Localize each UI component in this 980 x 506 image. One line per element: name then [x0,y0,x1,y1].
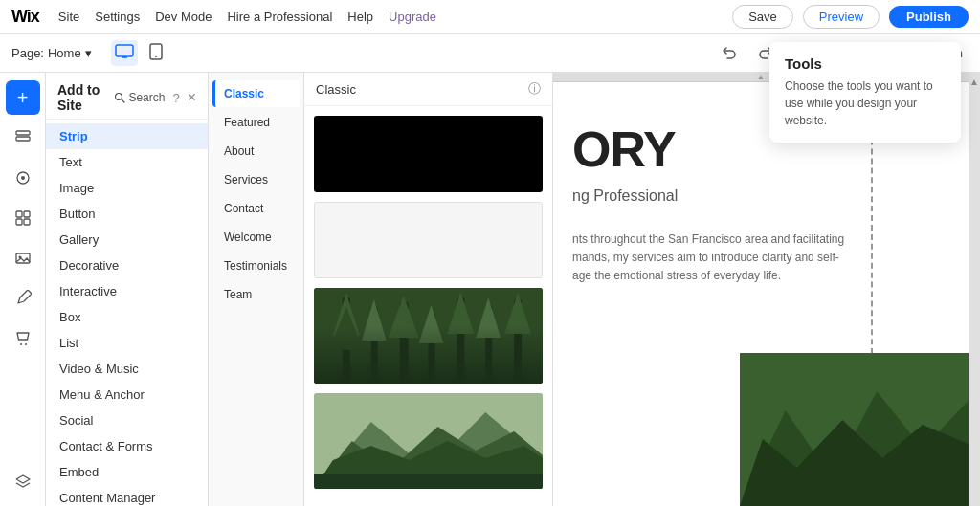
sidebar-icon-design[interactable] [6,161,40,195]
canvas-heading: ORY [572,121,676,178]
panel-item-text[interactable]: Text [46,149,208,175]
panel-item-embed[interactable]: Embed [46,459,208,485]
svg-point-4 [155,56,157,58]
preview-button[interactable]: Preview [803,5,880,29]
page-name: Home [48,46,81,60]
panel-item-interactive[interactable]: Interactive [46,278,208,304]
sidebar-icon-store[interactable] [6,321,40,356]
panel-item-content-manager[interactable]: Content Manager [46,485,208,506]
sidebar-icon-apps[interactable] [6,201,40,235]
add-element-button[interactable]: + [6,80,40,115]
mobile-view-icon[interactable] [145,39,167,67]
panel-item-box[interactable]: Box [46,304,208,330]
undo-button[interactable] [716,42,743,65]
panel-item-menu-anchor[interactable]: Menu & Anchor [46,382,208,407]
chevron-down-icon: ▾ [85,46,92,60]
top-nav-right: Save Preview Publish [732,5,969,29]
svg-point-22 [25,343,27,345]
panel-item-strip[interactable]: Strip [46,123,208,149]
nav-help[interactable]: Help [347,10,373,24]
sub-panel-item-welcome[interactable]: Welcome [212,224,300,251]
page-label-text: Page: [11,46,44,60]
sub-panel-item-testimonials[interactable]: Testimonials [212,253,300,279]
strip-classic-mountains[interactable] [314,393,543,489]
canvas-content: ORY ng Professional nts throughout the S… [553,82,969,506]
nav-upgrade[interactable]: Upgrade [389,10,436,24]
canvas-subtitle: ng Professional [572,187,678,205]
add-panel-title: Add to Site [57,82,114,113]
nav-settings[interactable]: Settings [95,10,140,24]
sidebar-icon-media[interactable] [6,241,40,275]
sidebar-icon-pen[interactable] [6,281,40,316]
panel-item-button[interactable]: Button [46,201,208,227]
tools-tooltip-title: Tools [785,55,946,72]
svg-rect-19 [16,253,30,263]
panel-item-social[interactable]: Social [46,407,208,433]
desktop-view-icon[interactable] [111,40,138,66]
svg-rect-15 [16,211,22,217]
tools-tooltip: Tools Choose the tools you want to use w… [769,42,961,143]
svg-rect-11 [16,131,30,135]
panel-item-list[interactable]: List [46,330,208,356]
page-selector[interactable]: Page: Home ▾ [11,46,92,60]
content-panel-title: Classic [316,82,356,97]
publish-button[interactable]: Publish [889,6,969,28]
svg-rect-17 [16,219,22,225]
close-icon[interactable]: × [188,89,196,106]
content-panel-header: Classic ⓘ [304,73,552,106]
sidebar-icon-layers[interactable] [6,464,40,498]
info-icon[interactable]: ⓘ [528,80,541,98]
sub-category-panel: ClassicFeaturedAboutServicesContactWelco… [209,73,304,506]
nav-site[interactable]: Site [58,10,79,24]
strip-classic-dark[interactable] [314,116,543,192]
sub-panel-item-services[interactable]: Services [212,166,300,193]
sub-panel-item-contact[interactable]: Contact [212,195,300,222]
add-panel-header: Add to Site Search ? × [46,73,208,120]
wix-logo: Wix [11,7,39,27]
canvas-body-text: nts throughout the San Francisco area an… [572,231,949,286]
save-button[interactable]: Save [732,5,793,29]
sub-panel-item-featured[interactable]: Featured [212,109,300,136]
sub-panel-item-team[interactable]: Team [212,281,300,308]
panel-list: StripTextImageButtonGalleryDecorativeInt… [46,120,208,506]
nav-hire[interactable]: Hire a Professional [227,10,332,24]
view-icons [111,39,167,67]
svg-rect-45 [314,474,543,489]
content-panel: Classic ⓘ [304,73,553,506]
add-panel-actions: Search ? × [114,89,196,106]
sub-panel-item-classic[interactable]: Classic [212,80,300,107]
top-nav: Wix Site Settings Dev Mode Hire a Profes… [0,0,980,34]
svg-rect-0 [116,45,133,56]
tools-tooltip-desc: Choose the tools you want to use while y… [785,77,946,129]
content-panel-body [304,106,552,506]
panel-item-video-music[interactable]: Video & Music [46,356,208,382]
svg-rect-18 [24,219,30,225]
strip-classic-forest[interactable] [314,288,543,384]
svg-rect-16 [24,211,30,217]
svg-point-14 [21,176,25,180]
sub-panel-item-about[interactable]: About [212,138,300,165]
help-icon[interactable]: ? [172,91,179,105]
svg-point-23 [116,94,122,100]
nav-devmode[interactable]: Dev Mode [155,10,212,24]
panel-search-label: Search [128,91,165,104]
panel-item-decorative[interactable]: Decorative [46,253,208,278]
canvas-forest-background [740,353,969,506]
svg-rect-12 [16,137,30,141]
sidebar-icon-pages[interactable] [6,121,40,155]
panel-item-gallery[interactable]: Gallery [46,227,208,253]
panel-search-button[interactable]: Search [114,91,165,104]
strip-classic-empty[interactable] [314,202,543,278]
add-to-site-panel: Add to Site Search ? × StripTextImageBut… [46,73,209,506]
right-scrollbar[interactable]: ▲ [969,73,980,506]
svg-point-21 [20,343,22,345]
panel-item-image[interactable]: Image [46,175,208,201]
panel-item-contact-forms[interactable]: Contact & Forms [46,433,208,459]
icon-sidebar: + [0,73,46,506]
svg-line-24 [122,99,124,102]
